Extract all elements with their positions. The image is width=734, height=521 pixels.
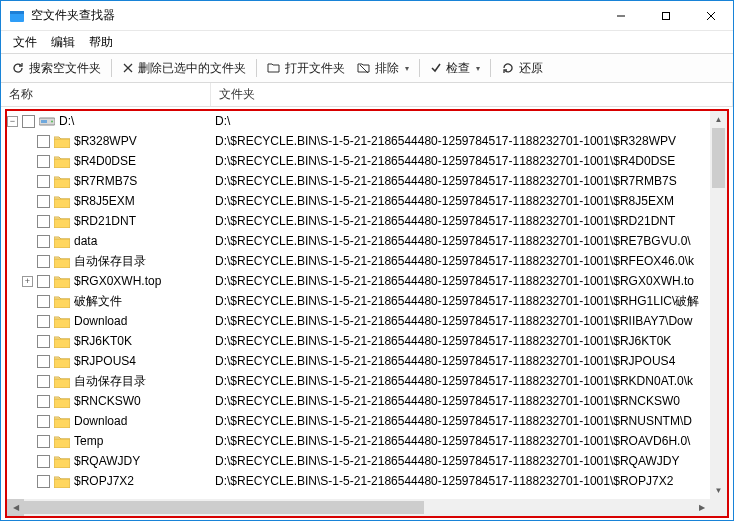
checkbox[interactable]: [37, 295, 50, 308]
table-row[interactable]: $R328WPVD:\$RECYCLE.BIN\S-1-5-21-2186544…: [7, 131, 710, 151]
checkbox[interactable]: [37, 415, 50, 428]
vscroll-track[interactable]: [710, 128, 727, 482]
checkbox[interactable]: [37, 395, 50, 408]
checkbox[interactable]: [37, 355, 50, 368]
checkbox[interactable]: [37, 135, 50, 148]
vscroll-thumb[interactable]: [712, 128, 725, 188]
checkbox[interactable]: [37, 475, 50, 488]
svg-point-11: [51, 121, 53, 123]
svg-rect-10: [41, 120, 47, 123]
delete-button[interactable]: 删除已选中的文件夹: [116, 57, 252, 80]
checkbox[interactable]: [37, 375, 50, 388]
scroll-up-arrow[interactable]: ▲: [710, 111, 727, 128]
folder-name: $R8J5EXM: [74, 194, 135, 208]
table-row[interactable]: $RJ6KT0KD:\$RECYCLE.BIN\S-1-5-21-2186544…: [7, 331, 710, 351]
table-row[interactable]: DownloadD:\$RECYCLE.BIN\S-1-5-21-2186544…: [7, 311, 710, 331]
checkbox[interactable]: [37, 335, 50, 348]
folder-name: $RJPOUS4: [74, 354, 136, 368]
minimize-button[interactable]: [598, 1, 643, 30]
collapse-icon[interactable]: −: [7, 116, 18, 127]
checkbox[interactable]: [37, 235, 50, 248]
path-cell: D:\$RECYCLE.BIN\S-1-5-21-2186544480-1259…: [213, 474, 710, 488]
checkbox[interactable]: [37, 195, 50, 208]
svg-rect-3: [662, 12, 669, 19]
folder-name: $RD21DNT: [74, 214, 136, 228]
table-row[interactable]: $R7RMB7SD:\$RECYCLE.BIN\S-1-5-21-2186544…: [7, 171, 710, 191]
results-grid: −D:\D:\$R328WPVD:\$RECYCLE.BIN\S-1-5-21-…: [5, 109, 729, 518]
vertical-scrollbar[interactable]: ▲ ▼: [710, 111, 727, 499]
folder-name: Download: [74, 314, 127, 328]
horizontal-scrollbar[interactable]: ◀ ▶: [7, 499, 727, 516]
close-button[interactable]: [688, 1, 733, 30]
scroll-down-arrow[interactable]: ▼: [710, 482, 727, 499]
folder-name: $RJ6KT0K: [74, 334, 132, 348]
window-title: 空文件夹查找器: [31, 7, 598, 24]
menu-help[interactable]: 帮助: [83, 32, 119, 53]
maximize-button[interactable]: [643, 1, 688, 30]
checkbox[interactable]: [37, 275, 50, 288]
hscroll-track[interactable]: [24, 499, 693, 516]
table-row[interactable]: dataD:\$RECYCLE.BIN\S-1-5-21-2186544480-…: [7, 231, 710, 251]
folder-name: $RGX0XWH.top: [74, 274, 161, 288]
path-cell: D:\$RECYCLE.BIN\S-1-5-21-2186544480-1259…: [213, 434, 710, 448]
table-row[interactable]: 自动保存目录D:\$RECYCLE.BIN\S-1-5-21-218654448…: [7, 371, 710, 391]
hscroll-thumb[interactable]: [24, 501, 424, 514]
checkbox[interactable]: [37, 315, 50, 328]
title-bar: 空文件夹查找器: [1, 1, 733, 31]
folder-name: $R328WPV: [74, 134, 137, 148]
checkbox[interactable]: [37, 455, 50, 468]
path-cell: D:\$RECYCLE.BIN\S-1-5-21-2186544480-1259…: [213, 314, 710, 328]
checkbox[interactable]: [37, 255, 50, 268]
delete-label: 删除已选中的文件夹: [138, 60, 246, 77]
header-folder[interactable]: 文件夹: [211, 83, 733, 106]
separator: [490, 59, 491, 77]
table-row[interactable]: $R8J5EXMD:\$RECYCLE.BIN\S-1-5-21-2186544…: [7, 191, 710, 211]
folder-name: Temp: [74, 434, 103, 448]
table-row[interactable]: $R4D0DSED:\$RECYCLE.BIN\S-1-5-21-2186544…: [7, 151, 710, 171]
restore-button[interactable]: 还原: [495, 57, 549, 80]
folder-name: 自动保存目录: [74, 373, 146, 390]
checkbox[interactable]: [22, 115, 35, 128]
checkbox[interactable]: [37, 155, 50, 168]
path-cell: D:\$RECYCLE.BIN\S-1-5-21-2186544480-1259…: [213, 154, 710, 168]
expand-icon[interactable]: +: [22, 276, 33, 287]
scroll-left-arrow[interactable]: ◀: [7, 499, 24, 516]
table-row[interactable]: TempD:\$RECYCLE.BIN\S-1-5-21-2186544480-…: [7, 431, 710, 451]
path-cell: D:\$RECYCLE.BIN\S-1-5-21-2186544480-1259…: [213, 134, 710, 148]
table-row[interactable]: $RQAWJDYD:\$RECYCLE.BIN\S-1-5-21-2186544…: [7, 451, 710, 471]
checkbox[interactable]: [37, 435, 50, 448]
scroll-right-arrow[interactable]: ▶: [693, 499, 710, 516]
table-row[interactable]: 破解文件D:\$RECYCLE.BIN\S-1-5-21-2186544480-…: [7, 291, 710, 311]
path-cell: D:\$RECYCLE.BIN\S-1-5-21-2186544480-1259…: [213, 174, 710, 188]
check-icon: [430, 62, 442, 74]
table-row[interactable]: DownloadD:\$RECYCLE.BIN\S-1-5-21-2186544…: [7, 411, 710, 431]
table-row[interactable]: $RD21DNTD:\$RECYCLE.BIN\S-1-5-21-2186544…: [7, 211, 710, 231]
table-row[interactable]: +$RGX0XWH.topD:\$RECYCLE.BIN\S-1-5-21-21…: [7, 271, 710, 291]
menu-file[interactable]: 文件: [7, 32, 43, 53]
check-label: 检查: [446, 60, 470, 77]
checkbox[interactable]: [37, 215, 50, 228]
tree-root-row[interactable]: −D:\D:\: [7, 111, 710, 131]
sort-button[interactable]: 排除 ▾: [351, 57, 415, 80]
search-button[interactable]: 搜索空文件夹: [5, 57, 107, 80]
folder-name: $ROPJ7X2: [74, 474, 134, 488]
menu-edit[interactable]: 编辑: [45, 32, 81, 53]
folder-name: $R7RMB7S: [74, 174, 137, 188]
restore-label: 还原: [519, 60, 543, 77]
table-row[interactable]: $RJPOUS4D:\$RECYCLE.BIN\S-1-5-21-2186544…: [7, 351, 710, 371]
table-row[interactable]: $RNCKSW0D:\$RECYCLE.BIN\S-1-5-21-2186544…: [7, 391, 710, 411]
path-cell: D:\$RECYCLE.BIN\S-1-5-21-2186544480-1259…: [213, 293, 710, 310]
sort-label: 排除: [375, 60, 399, 77]
app-icon: [9, 8, 25, 24]
header-name[interactable]: 名称: [1, 83, 211, 106]
table-row[interactable]: $ROPJ7X2D:\$RECYCLE.BIN\S-1-5-21-2186544…: [7, 471, 710, 491]
checkbox[interactable]: [37, 175, 50, 188]
open-folder-icon: [267, 62, 281, 74]
open-folder-button[interactable]: 打开文件夹: [261, 57, 351, 80]
check-button[interactable]: 检查 ▾: [424, 57, 486, 80]
chevron-down-icon: ▾: [476, 64, 480, 73]
table-row[interactable]: 自动保存目录D:\$RECYCLE.BIN\S-1-5-21-218654448…: [7, 251, 710, 271]
path-cell: D:\$RECYCLE.BIN\S-1-5-21-2186544480-1259…: [213, 274, 710, 288]
path-cell: D:\$RECYCLE.BIN\S-1-5-21-2186544480-1259…: [213, 374, 710, 388]
column-headers: 名称 文件夹: [1, 83, 733, 107]
